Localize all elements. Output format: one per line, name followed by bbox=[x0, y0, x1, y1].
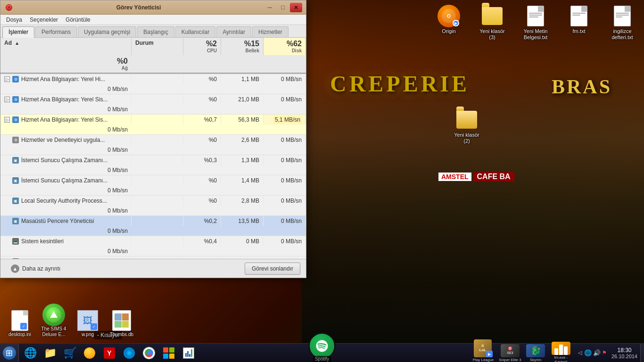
table-row[interactable]: ▣ İstemci Sunucu Çalışma Zamanı... %0 1,… bbox=[0, 175, 306, 196]
end-task-button[interactable]: Görevi sonlandır bbox=[245, 263, 300, 275]
start-orb: ⊞ bbox=[3, 346, 16, 360]
bottom-icon-thumbs[interactable]: Thumbs.db bbox=[106, 309, 138, 337]
table-headers: Ad ▲ Durum %2 CPU %15 Bellek %62 Disk bbox=[0, 38, 306, 74]
tab-islemler[interactable]: İşlemler bbox=[2, 26, 34, 38]
th-name[interactable]: Ad ▲ bbox=[0, 38, 132, 55]
process-disk: 0 MB/sn bbox=[264, 94, 306, 105]
taskbar-ie[interactable]: 🌐 bbox=[21, 344, 40, 362]
maximize-button[interactable]: □ bbox=[277, 3, 289, 12]
taskbar-lol[interactable]: ⚔LoL ▶ Play Leagueof Legends bbox=[470, 344, 497, 362]
process-name: İstemci Sunucu Çalışma Zamanı... bbox=[21, 157, 107, 164]
process-network: 0 Mb/sn bbox=[0, 84, 132, 94]
table-row[interactable]: ▣ Local Security Authority Process... %0… bbox=[0, 196, 306, 216]
taskbar-app4[interactable] bbox=[80, 344, 99, 362]
bottom-icon-wpng[interactable]: 🖼 ✓ w.png bbox=[72, 309, 104, 337]
process-network: 0 Mb/sn bbox=[0, 206, 132, 215]
desktop-icon-yeni-klasor3[interactable]: Yeni klasör(3) bbox=[475, 5, 509, 41]
table-row[interactable]: ▣ İstemci Sunucu Çalışma Zamanı... %0,3 … bbox=[0, 155, 306, 175]
process-icon: ▣ bbox=[12, 197, 19, 205]
process-memory: 13,5 MB bbox=[221, 216, 264, 226]
less-detail-label: Daha az ayrıntı bbox=[22, 265, 60, 272]
taskbar-fm[interactable]: fm.exe -Kısayol bbox=[549, 344, 573, 362]
bottom-desktop-icons-area: ✓ desktop.ini The SIMS 4Deluxe E... 🖼 bbox=[0, 302, 141, 339]
desktop-icon-yeni-klasor2[interactable]: Yeni klasör(2) bbox=[450, 108, 484, 144]
process-name: İstemci Sunucu Çalışma Zamanı... bbox=[21, 177, 107, 184]
tab-uygulama-gecmisi[interactable]: Uygulama geçmişi bbox=[78, 26, 136, 37]
process-cpu: %0,7 bbox=[183, 115, 221, 125]
tab-kullanicilar[interactable]: Kullanıcılar bbox=[175, 26, 215, 37]
desktop-icon-ingilizce[interactable]: ingilizcedefteri.txt bbox=[605, 5, 639, 41]
origin-icon-label: Origin bbox=[442, 28, 455, 34]
tab-hizmetler[interactable]: Hizmetler bbox=[252, 26, 289, 37]
show-desktop-button[interactable] bbox=[640, 344, 644, 362]
taskbar-skyrim[interactable]: 🐉 Skyrim bbox=[523, 344, 548, 362]
tray-network-icon[interactable]: 🌐 bbox=[584, 349, 592, 356]
table-row[interactable]: ▷ ⚙ Hizmet Ana Bilgisayarı: Yerel Hi... … bbox=[0, 74, 306, 94]
menu-dosya[interactable]: Dosya bbox=[2, 16, 26, 24]
lol-icon: ⚔LoL ▶ bbox=[474, 339, 493, 357]
table-row[interactable]: ▷ ⚙ Hizmet Ana Bilgisayarı: Yerel Sis...… bbox=[0, 94, 306, 115]
bg-cafe-ba-text: CAFE BA bbox=[473, 172, 514, 181]
menu-goruntule[interactable]: Görüntüle bbox=[62, 16, 94, 24]
taskbar-sniper[interactable]: 🎯SE3 Sniper Elite 3 bbox=[498, 344, 522, 362]
window-bottom-bar: ▲ Daha az ayrıntı Görevi sonlandır bbox=[0, 259, 306, 278]
sniper-label: Sniper Elite 3 bbox=[499, 358, 521, 362]
desktop-icon-fm-txt[interactable]: fm.txt bbox=[562, 5, 596, 34]
spotify-app[interactable]: Spotify bbox=[308, 332, 336, 362]
taskbar-chrome[interactable] bbox=[140, 344, 158, 362]
less-detail-button[interactable]: ▲ Daha az ayrıntı bbox=[6, 263, 65, 275]
taskbar-taskmanager[interactable] bbox=[179, 344, 198, 362]
taskbar-yandex[interactable]: Y bbox=[100, 344, 119, 362]
taskbar-orbit[interactable] bbox=[120, 344, 139, 362]
process-name: Sistem kesintileri bbox=[21, 238, 64, 245]
thumbs-label: Thumbs.db bbox=[110, 332, 133, 337]
expand-button[interactable]: ▷ bbox=[4, 76, 10, 82]
expand-button[interactable]: ▷ bbox=[4, 97, 10, 102]
tab-baslangic[interactable]: Başlangıç bbox=[137, 26, 174, 37]
minimize-button[interactable]: ─ bbox=[264, 3, 276, 12]
process-disk: 0 MB/sn bbox=[264, 236, 306, 247]
tab-ayrintilar[interactable]: Ayrıntılar bbox=[216, 26, 251, 37]
table-row[interactable]: ⚙ Hizmetler ve Denetleyici uygula... %0 … bbox=[0, 135, 306, 155]
process-cpu: %0,2 bbox=[183, 216, 221, 226]
taskbar-explorer[interactable]: 📁 bbox=[41, 344, 59, 362]
origin-icon: O ▶ bbox=[438, 5, 460, 27]
bottom-icon-sims4[interactable]: The SIMS 4Deluxe E... bbox=[38, 304, 70, 337]
process-disk: 0 MB/sn bbox=[264, 135, 306, 145]
process-disk: 0 MB/sn bbox=[264, 74, 306, 84]
tray-flag-icon[interactable]: ⚑ bbox=[602, 350, 607, 356]
table-row[interactable]: ▷ ⚙ Hizmet Ana Bilgisayarı: Yerel Sis...… bbox=[0, 115, 306, 135]
clock-time: 18:30 bbox=[617, 347, 631, 354]
yeni-klasor3-label: Yeni klasör(3) bbox=[479, 28, 504, 41]
process-memory: 2,8 MB bbox=[221, 196, 264, 206]
process-status bbox=[132, 175, 183, 186]
table-row[interactable]: 💻 Sistem kesintileri %0,4 0 MB 0 MB/sn 0… bbox=[0, 236, 306, 256]
process-status bbox=[132, 94, 183, 105]
desktop-icon-yeni-metin[interactable]: Yeni MetinBelgesi.txt bbox=[519, 5, 553, 41]
menu-secenekler[interactable]: Seçenekler bbox=[26, 16, 62, 24]
title-bar: ✕ Görev Yöneticisi ─ □ ✕ bbox=[0, 0, 306, 15]
process-icon: ⚙ bbox=[12, 96, 19, 103]
taskbar-squares[interactable] bbox=[159, 344, 178, 362]
taskbar-store[interactable]: 🛒 bbox=[60, 344, 79, 362]
tab-performans[interactable]: Performans bbox=[35, 26, 77, 37]
table-row[interactable]: ▣ Masaüstü Pencere Yöneticisi %0,2 13,5 … bbox=[0, 216, 306, 236]
process-disk: 0 MB/sn bbox=[264, 175, 306, 186]
process-name-cell: 💻 Sistem kesintileri bbox=[0, 236, 132, 247]
notif-expand[interactable]: ◁ bbox=[577, 350, 583, 356]
expand-button[interactable]: ▷ bbox=[4, 117, 10, 123]
sims4-icon bbox=[42, 304, 65, 326]
desktop-icon-origin[interactable]: O ▶ Origin bbox=[432, 5, 466, 34]
skyrim-label: Skyrim bbox=[530, 358, 541, 362]
process-cpu: %0 bbox=[183, 135, 221, 145]
start-button[interactable]: ⊞ bbox=[0, 344, 19, 362]
folder3-icon bbox=[481, 5, 504, 27]
process-icon: ⚙ bbox=[12, 116, 19, 123]
th-status[interactable]: Durum bbox=[132, 38, 183, 55]
system-clock[interactable]: 18:30 26.10.2014 bbox=[609, 347, 640, 359]
bottom-icon-desktop-ini[interactable]: ✓ desktop.ini bbox=[4, 309, 36, 337]
close-button[interactable]: ✕ bbox=[290, 3, 302, 12]
tray-sound-icon[interactable]: 🔊 bbox=[593, 349, 601, 356]
process-status bbox=[132, 236, 183, 247]
process-memory: 2,6 MB bbox=[221, 135, 264, 145]
